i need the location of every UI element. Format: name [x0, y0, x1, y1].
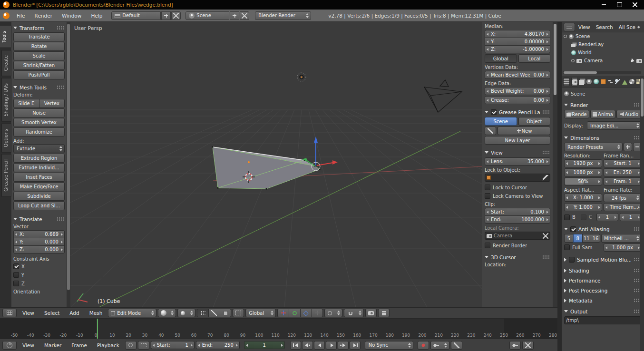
- gp-draw-button[interactable]: [485, 127, 496, 135]
- aa-samples-16-button[interactable]: 16: [591, 234, 600, 243]
- face-select-button[interactable]: [220, 309, 232, 317]
- anti-aliasing-checkbox[interactable]: [570, 226, 576, 232]
- noise-button[interactable]: Noise: [13, 108, 65, 117]
- frame-end-field[interactable]: End:250: [196, 341, 240, 349]
- frame-end-field[interactable]: En: 250: [604, 168, 642, 176]
- resolution-percentage-slider[interactable]: 50%: [564, 177, 602, 185]
- post-processing-panel-header[interactable]: Post Processing: [564, 286, 642, 294]
- outliner-row-world[interactable]: World: [562, 49, 644, 57]
- grease-pencil-checkbox[interactable]: [491, 109, 497, 115]
- panel-grip-icon[interactable]: [57, 26, 65, 30]
- bevel-weight-slider[interactable]: Bevel Weight:0.00: [485, 87, 550, 95]
- render-engine-dropdown[interactable]: Blender Render: [255, 11, 311, 20]
- collapse-arrow-icon[interactable]: [564, 228, 568, 230]
- aspect-y-field[interactable]: Y: 1.000: [564, 203, 602, 211]
- render-border-checkbox[interactable]: [485, 243, 490, 248]
- gp-object-tab[interactable]: Object: [518, 117, 551, 126]
- properties-tab-modifiers[interactable]: [614, 77, 621, 87]
- aspect-x-field[interactable]: X: 1.000: [564, 194, 602, 202]
- opengl-render-anim-button[interactable]: [378, 309, 390, 317]
- manipulator-axis-button[interactable]: [312, 309, 323, 317]
- play-button[interactable]: [326, 341, 337, 350]
- collapse-arrow-icon[interactable]: [564, 104, 568, 106]
- redo-panel-header[interactable]: Translate: [13, 215, 65, 223]
- collapse-arrow-icon[interactable]: [564, 279, 566, 283]
- clip-start-field[interactable]: Start:0.100: [485, 208, 550, 216]
- camera-object[interactable]: [424, 80, 462, 112]
- keying-set-dropdown[interactable]: [430, 341, 449, 350]
- selectable-toggle-icon[interactable]: [631, 58, 635, 63]
- properties-tab-render[interactable]: [571, 77, 578, 87]
- resolution-x-field[interactable]: 1920 px: [564, 159, 602, 167]
- lamp-object[interactable]: [297, 73, 306, 81]
- anti-aliasing-panel-header[interactable]: Anti-Aliasing: [564, 225, 642, 233]
- randomize-button[interactable]: Randomize: [13, 127, 65, 136]
- collapse-arrow-icon[interactable]: [13, 27, 17, 29]
- mesh-tools-panel-header[interactable]: Mesh Tools: [13, 83, 65, 91]
- add-screen-layout-button[interactable]: [161, 11, 171, 20]
- translate-button[interactable]: Translate: [13, 32, 65, 41]
- sampled-motion-blur-panel-header[interactable]: Sampled Motion Blu...: [564, 255, 642, 263]
- gp-new-layer-button[interactable]: New Layer: [485, 136, 550, 145]
- constraint-y-checkbox[interactable]: [13, 272, 19, 278]
- manipulator-translate-button[interactable]: [277, 309, 289, 317]
- mesh-object[interactable]: [212, 146, 320, 189]
- push-pull-button[interactable]: Push/Pull: [13, 70, 65, 79]
- scale-button[interactable]: Scale: [13, 51, 65, 60]
- timeline-extra-button-2[interactable]: [522, 341, 534, 350]
- blender-menu-icon[interactable]: [3, 12, 10, 19]
- collapse-arrow-icon[interactable]: [13, 218, 17, 220]
- full-sample-checkbox[interactable]: [564, 244, 570, 250]
- jump-to-start-button[interactable]: [290, 341, 301, 350]
- menu-help[interactable]: Help: [87, 13, 107, 19]
- sampled-motion-blur-checkbox[interactable]: [569, 257, 575, 263]
- current-frame-field[interactable]: 1: [244, 341, 285, 349]
- slide-vertex-button[interactable]: Vertex: [39, 99, 65, 108]
- menu-window[interactable]: Window: [58, 13, 86, 19]
- outliner-hscrollbar[interactable]: [563, 71, 641, 74]
- manipulator-rotate-button[interactable]: [289, 309, 301, 317]
- view-panel-header[interactable]: View: [485, 148, 550, 156]
- grease-pencil-panel-header[interactable]: Grease Pencil Layers: [485, 108, 550, 116]
- transform-orientation-dropdown[interactable]: Global: [245, 309, 276, 317]
- resolution-y-field[interactable]: 1080 px: [564, 168, 602, 176]
- timeline-marker-menu[interactable]: Marker: [40, 342, 66, 348]
- render-button[interactable]: Rende: [564, 110, 589, 118]
- lock-time-cursor-button[interactable]: [138, 341, 149, 350]
- properties-tab-render-layers[interactable]: [578, 77, 585, 87]
- opengl-render-button[interactable]: [365, 309, 377, 317]
- scene-selector[interactable]: Scene: [185, 11, 229, 20]
- vector-z-field[interactable]: Z:0.000: [13, 245, 65, 254]
- outliner-menu-search[interactable]: Search: [594, 24, 615, 30]
- properties-tab-object[interactable]: [600, 77, 606, 87]
- scrollbar-thumb[interactable]: [67, 24, 70, 290]
- extrude-individual-button[interactable]: Extrude Individ...: [13, 163, 65, 172]
- outliner-menu-view[interactable]: View: [576, 24, 593, 30]
- pivot-point-dropdown[interactable]: [177, 309, 195, 317]
- mesh-menu[interactable]: Mesh: [85, 310, 107, 316]
- metadata-panel-header[interactable]: Metadata: [564, 296, 642, 304]
- menu-file[interactable]: File: [12, 13, 29, 19]
- frame-step-field[interactable]: Fram: 1: [604, 177, 642, 185]
- eyedropper-icon[interactable]: [543, 175, 548, 181]
- snap-dropdown[interactable]: [344, 309, 364, 317]
- collapse-arrow-icon[interactable]: [564, 310, 568, 312]
- manipulator-scale-button[interactable]: [300, 309, 312, 317]
- slide-edge-button[interactable]: Slide E: [13, 99, 39, 108]
- screen-layout-selector[interactable]: Default: [111, 11, 161, 20]
- gp-scene-tab[interactable]: Scene: [485, 117, 517, 126]
- collapse-arrow-icon[interactable]: [564, 289, 566, 292]
- editor-type-button[interactable]: [564, 23, 575, 31]
- frame-start-field[interactable]: Start:1: [151, 341, 195, 349]
- timeline-view-menu[interactable]: View: [18, 342, 39, 348]
- lock-to-object-field[interactable]: [485, 174, 550, 182]
- remap-new-field[interactable]: 1: [620, 213, 642, 221]
- region-divider[interactable]: [557, 22, 562, 351]
- constraint-x-checkbox[interactable]: [13, 263, 19, 269]
- clip-end-field[interactable]: End:1000.000: [485, 215, 550, 224]
- shading-panel-header[interactable]: Shading: [564, 266, 642, 274]
- minimize-button[interactable]: [597, 1, 610, 9]
- crop-checkbox[interactable]: [581, 214, 586, 220]
- delete-scene-button[interactable]: [240, 11, 249, 20]
- outliner-row-scene[interactable]: Scene: [562, 32, 644, 40]
